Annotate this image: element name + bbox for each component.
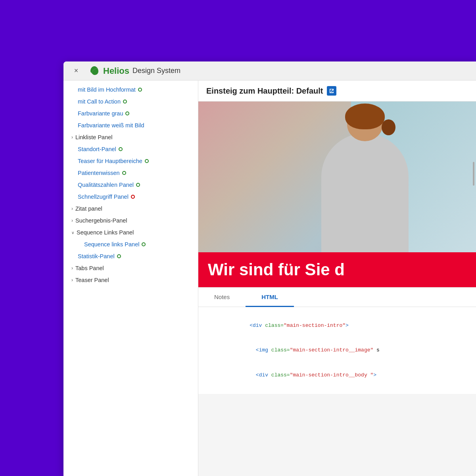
code-line-3: <div class="main-section-intro__body ">: [206, 363, 468, 388]
sidebar-item-label: Teaser für Hauptbereiche: [78, 158, 142, 164]
sidebar-item-patientenwissen[interactable]: Patientenwissen: [63, 167, 198, 179]
tab-html[interactable]: HTML: [246, 288, 294, 307]
chevron-down-icon: ∨: [71, 230, 74, 235]
external-link-button[interactable]: [327, 86, 336, 96]
sidebar-item-label: Patientenwissen: [78, 170, 120, 176]
chevron-right-icon: ›: [71, 206, 73, 211]
sidebar-item-teaser-panel[interactable]: › Teaser Panel: [63, 274, 198, 286]
logo-helios-text: Helios: [103, 66, 129, 76]
chevron-right-icon: ›: [71, 218, 73, 223]
sidebar-item-label: Schnellzugriff Panel: [78, 194, 129, 200]
red-banner-text: Wir sind für Sie d: [208, 260, 466, 279]
sidebar-item-label: Tabs Panel: [75, 265, 104, 271]
status-dot-red: [131, 195, 135, 199]
status-dot-green: [122, 171, 126, 175]
image-preview: [198, 102, 476, 252]
status-dot-green: [145, 159, 149, 163]
helios-logo-icon: [89, 65, 100, 77]
code-line-1: <div class="main-section-intro">: [206, 313, 468, 338]
preview-area: Wir sind für Sie d Notes HTML <d: [198, 102, 476, 476]
browser-body: mit Bild im Hochformat mit Call to Actio…: [63, 81, 476, 476]
sidebar-item-label: Farbvariante weiß mit Bild: [78, 122, 144, 129]
sidebar-item-label: Farbvariante grau: [78, 110, 123, 117]
tabs-row: Notes HTML: [198, 288, 476, 307]
sidebar-item-sequence-links-panel[interactable]: ∨ Sequence Links Panel: [63, 226, 198, 238]
external-link-icon: [329, 88, 334, 94]
status-dot-green: [136, 183, 140, 187]
sidebar-item-farbvariante-grau[interactable]: Farbvariante grau: [63, 107, 198, 119]
chevron-right-icon: ›: [71, 134, 73, 140]
sidebar-item-sequence-links-panel-link[interactable]: Sequence links Panel: [63, 238, 198, 250]
sidebar-item-zitat-panel[interactable]: › Zitat panel: [63, 203, 198, 215]
sidebar-item-teaser-hauptbereiche[interactable]: Teaser für Hauptbereiche: [63, 155, 198, 167]
sidebar-item-tabs-panel[interactable]: › Tabs Panel: [63, 262, 198, 274]
close-button[interactable]: ×: [70, 65, 83, 77]
scroll-indicator[interactable]: [473, 162, 474, 186]
close-icon: ×: [74, 67, 79, 75]
sidebar-item-mit-bild-hochformat[interactable]: mit Bild im Hochformat: [63, 84, 198, 96]
component-title: Einsteig zum Hauptteil: Default: [206, 86, 323, 96]
sidebar-item-label: mit Bild im Hochformat: [78, 86, 136, 93]
logo-subtitle-text: Design System: [132, 67, 180, 75]
bottom-panel: Notes HTML <div class="main-section-intr…: [198, 287, 476, 394]
code-panel: <div class="main-section-intro"> <img cl…: [198, 307, 476, 394]
status-dot-green: [125, 111, 129, 115]
sidebar-item-mit-call-to-action[interactable]: mit Call to Action: [63, 96, 198, 107]
status-dot-green: [123, 100, 127, 104]
sidebar-item-linkliste-panel[interactable]: › Linkliste Panel: [63, 131, 198, 143]
status-dot-green: [117, 254, 121, 258]
sidebar-item-farbvariante-weiss[interactable]: Farbvariante weiß mit Bild: [63, 119, 198, 131]
sidebar: mit Bild im Hochformat mit Call to Actio…: [63, 81, 198, 476]
sidebar-item-label: Sequence links Panel: [84, 241, 139, 248]
status-dot-green: [119, 147, 123, 151]
sidebar-item-label: Teaser Panel: [75, 277, 109, 283]
code-line-2: <img class="main-section-intro__image" s: [206, 338, 468, 363]
sidebar-item-label: Suchergebnis-Panel: [75, 217, 127, 224]
main-content: Einsteig zum Hauptteil: Default: [198, 81, 476, 476]
red-banner: Wir sind für Sie d: [198, 252, 476, 287]
sidebar-item-schnellzugriff-panel[interactable]: Schnellzugriff Panel: [63, 191, 198, 203]
sidebar-item-suchergebnis-panel[interactable]: › Suchergebnis-Panel: [63, 215, 198, 226]
component-header: Einsteig zum Hauptteil: Default: [198, 81, 476, 102]
sidebar-item-label: mit Call to Action: [78, 98, 121, 105]
sidebar-item-label: Statistik-Panel: [78, 253, 115, 259]
sidebar-item-label: Zitat panel: [75, 205, 102, 212]
browser-window: × Helios Design System mit Bild im Hochf…: [63, 61, 476, 476]
sidebar-item-label: Linkliste Panel: [75, 134, 113, 140]
sidebar-item-standort-panel[interactable]: Standort-Panel: [63, 143, 198, 155]
tab-notes[interactable]: Notes: [198, 288, 246, 307]
sidebar-item-label: Qualitätszahlen Panel: [78, 182, 134, 188]
sidebar-item-qualitaetszahlen-panel[interactable]: Qualitätszahlen Panel: [63, 179, 198, 191]
sidebar-item-label: Standort-Panel: [78, 146, 116, 152]
chevron-right-icon: ›: [71, 265, 73, 271]
chevron-right-icon: ›: [71, 277, 73, 283]
status-dot-green: [138, 88, 142, 92]
sidebar-item-label: Sequence Links Panel: [77, 229, 134, 236]
status-dot-green: [142, 242, 146, 246]
browser-logo: Helios Design System: [89, 65, 180, 77]
sidebar-item-statistik-panel[interactable]: Statistik-Panel: [63, 250, 198, 262]
browser-titlebar: × Helios Design System: [63, 61, 476, 81]
